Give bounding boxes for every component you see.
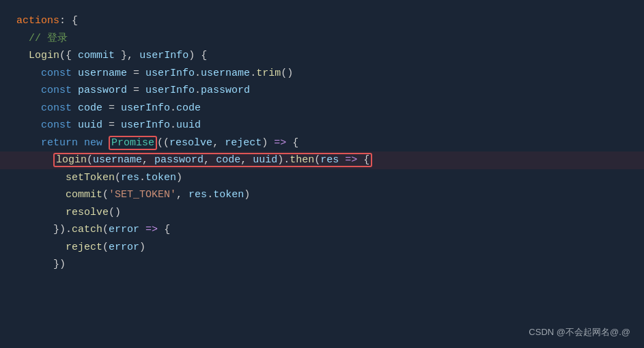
code-token: . bbox=[195, 85, 201, 96]
code-token bbox=[247, 154, 253, 166]
code-token: ) bbox=[176, 172, 182, 184]
code-line-12: resolve() bbox=[16, 204, 628, 222]
code-token: username bbox=[201, 68, 250, 79]
code-token bbox=[16, 33, 29, 44]
code-token: . bbox=[170, 119, 176, 131]
code-token: { bbox=[363, 154, 369, 166]
code-token bbox=[16, 85, 41, 96]
code-token: username bbox=[78, 68, 127, 79]
code-token: ) bbox=[188, 50, 195, 61]
code-token: Promise bbox=[111, 137, 154, 149]
code-line-14: reject(error) bbox=[16, 239, 628, 257]
code-token bbox=[16, 172, 66, 184]
code-token: ( bbox=[87, 154, 93, 166]
code-token bbox=[72, 119, 78, 131]
code-token: 'SET_TOKEN' bbox=[109, 189, 176, 201]
code-token: . bbox=[250, 68, 256, 79]
code-token bbox=[219, 137, 225, 149]
code-token: commit bbox=[66, 189, 102, 201]
code-line-9: login(username, password, code, uuid).th… bbox=[0, 151, 644, 169]
code-token: ) bbox=[139, 242, 145, 253]
code-token: code bbox=[78, 102, 102, 114]
code-token: userInfo bbox=[121, 119, 170, 131]
code-token bbox=[133, 50, 139, 61]
code-token: trim bbox=[256, 68, 281, 79]
code-token bbox=[268, 137, 274, 149]
code-token: res bbox=[188, 189, 207, 201]
code-token bbox=[16, 50, 29, 61]
watermark: CSDN @不会起网名@.@ bbox=[529, 326, 630, 338]
code-token bbox=[286, 137, 292, 149]
code-token: uuid bbox=[253, 154, 277, 166]
code-line-7: const uuid = userInfo.uuid bbox=[16, 117, 628, 134]
code-token: then bbox=[290, 154, 314, 166]
code-token: . bbox=[195, 68, 201, 79]
code-line-5: const password = userInfo.password bbox=[16, 82, 628, 100]
highlighted-line-box: login(username, password, code, uuid).th… bbox=[53, 153, 372, 167]
code-token bbox=[16, 224, 53, 235]
code-token: const bbox=[41, 119, 72, 131]
code-token: { bbox=[292, 137, 298, 149]
code-token: => bbox=[274, 137, 286, 149]
code-token: , bbox=[176, 189, 182, 201]
code-token: resolve bbox=[66, 207, 109, 218]
code-token bbox=[182, 189, 188, 201]
code-token bbox=[210, 154, 216, 166]
code-token bbox=[72, 102, 78, 114]
code-token bbox=[16, 119, 41, 131]
code-token: = bbox=[102, 102, 121, 114]
code-token: }, bbox=[121, 50, 133, 61]
code-token: username bbox=[93, 154, 142, 166]
code-token: error bbox=[109, 242, 139, 253]
code-token: , bbox=[212, 137, 219, 149]
code-token bbox=[16, 259, 53, 270]
code-token bbox=[102, 137, 109, 149]
code-token: Login bbox=[29, 50, 59, 61]
code-token bbox=[158, 224, 164, 235]
code-token: { bbox=[201, 50, 207, 61]
code-token bbox=[16, 102, 41, 114]
code-token: ( bbox=[102, 242, 109, 253]
code-token: ( bbox=[102, 224, 109, 235]
code-token bbox=[339, 154, 345, 166]
code-token bbox=[16, 207, 66, 218]
code-token bbox=[72, 85, 78, 96]
code-token bbox=[357, 154, 363, 166]
code-token: token bbox=[145, 172, 176, 184]
code-token: login bbox=[56, 154, 87, 166]
code-token: userInfo bbox=[145, 85, 195, 96]
code-token: => bbox=[145, 224, 158, 235]
code-token: reject bbox=[66, 242, 102, 253]
code-token: ({ bbox=[59, 50, 72, 61]
code-token: () bbox=[109, 207, 121, 218]
code-token: }) bbox=[53, 259, 66, 270]
code-line-15: }) bbox=[16, 256, 628, 274]
code-token: resolve bbox=[169, 137, 212, 149]
code-token: userInfo bbox=[121, 102, 170, 114]
code-token: , bbox=[240, 154, 247, 166]
code-token: password bbox=[154, 154, 204, 166]
code-token: token bbox=[213, 189, 244, 201]
code-line-3: Login({ commit }, userInfo) { bbox=[16, 47, 628, 65]
code-token: code bbox=[176, 102, 201, 114]
code-line-2: // 登录 bbox=[16, 30, 628, 48]
code-token: uuid bbox=[176, 119, 201, 131]
code-token: = bbox=[127, 68, 145, 79]
code-token bbox=[16, 189, 66, 201]
code-token: = bbox=[102, 119, 121, 131]
code-token: password bbox=[78, 85, 127, 96]
code-token bbox=[139, 224, 145, 235]
code-line-13: }).catch(error => { bbox=[16, 221, 628, 239]
code-token: reject bbox=[225, 137, 262, 149]
code-line-6: const code = userInfo.code bbox=[16, 100, 628, 117]
code-token: setToken bbox=[66, 172, 115, 184]
code-token: commit bbox=[78, 50, 115, 61]
code-token bbox=[148, 154, 154, 166]
code-token: }). bbox=[53, 224, 72, 235]
code-line-8: return new Promise((resolve, reject) => … bbox=[16, 134, 628, 152]
code-token: = bbox=[127, 85, 145, 96]
code-token bbox=[72, 50, 78, 61]
code-token: const bbox=[41, 68, 72, 79]
promise-highlight: Promise bbox=[109, 136, 157, 150]
code-token: res bbox=[121, 172, 139, 184]
